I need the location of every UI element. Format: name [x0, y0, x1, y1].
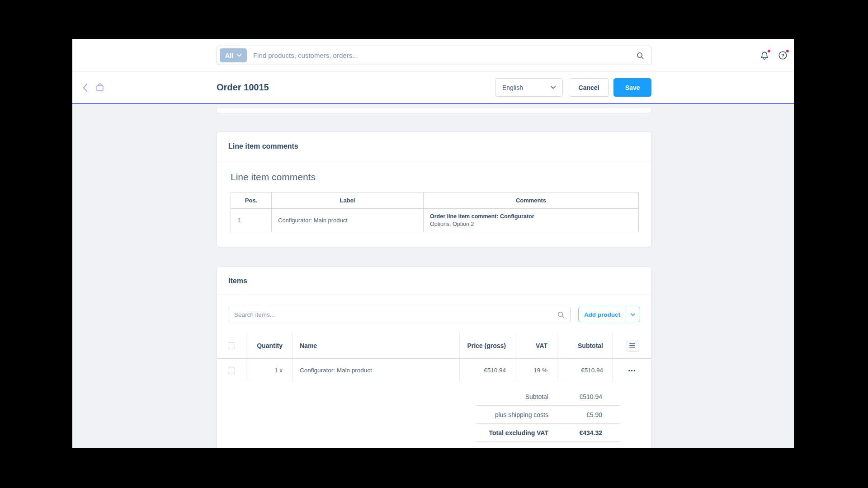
cancel-button[interactable]: Cancel	[569, 78, 609, 97]
notifications-button[interactable]	[759, 50, 770, 61]
summary-row-total-excl-vat: Total excluding VAT €434.32	[476, 424, 621, 442]
help-badge	[785, 49, 790, 53]
global-search-bar[interactable]: All	[217, 46, 651, 65]
chevron-down-icon	[551, 86, 556, 89]
content-area: Line item comments Line item comments Po…	[72, 104, 794, 448]
summary-row-subtotal: Subtotal €510.94	[476, 388, 621, 406]
cell-label: Configurator: Main product	[272, 209, 424, 232]
cell-quantity: 1 x	[246, 359, 293, 382]
order-summary: Subtotal €510.94 plus shipping costs €5.…	[476, 388, 621, 442]
cell-subtotal: €510.94	[557, 359, 613, 382]
summary-label: plus shipping costs	[476, 411, 548, 418]
summary-label: Total excluding VAT	[476, 429, 548, 436]
search-icon	[557, 311, 565, 319]
cell-comments: Order line item comment: Configurator Op…	[424, 209, 639, 232]
card-title: Items	[217, 267, 651, 295]
summary-label: Subtotal	[476, 393, 548, 400]
column-header-name: Name	[293, 333, 460, 358]
column-header-price: Price (gross)	[460, 333, 517, 358]
summary-value: €434.32	[548, 429, 621, 436]
column-header-quantity: Quantity	[246, 333, 293, 358]
menu-icon	[629, 343, 635, 348]
language-select[interactable]: English	[495, 78, 563, 97]
summary-value: €5.90	[548, 411, 621, 418]
global-search-input[interactable]	[247, 52, 636, 59]
chevron-down-icon	[237, 54, 241, 57]
language-select-value: English	[502, 84, 523, 91]
comments-table-row: 1 Configurator: Main product Order line …	[231, 209, 639, 232]
column-header-label: Label	[272, 192, 424, 209]
items-card: Items Add product Quantity	[217, 267, 651, 448]
notification-badge	[767, 49, 771, 53]
column-header-vat: VAT	[517, 333, 557, 358]
items-search-input[interactable]	[228, 311, 557, 318]
search-scope-dropdown[interactable]: All	[220, 48, 247, 62]
help-button[interactable]: ?	[777, 50, 788, 61]
question-mark-icon: ?	[781, 53, 784, 58]
cell-pos: 1	[231, 209, 272, 232]
top-bar: All ?	[72, 39, 794, 72]
items-grid-header-row: Quantity Name Price (gross) VAT Subtotal	[217, 333, 652, 359]
row-checkbox[interactable]	[228, 367, 235, 374]
cell-price: €510.94	[460, 359, 517, 382]
column-header-pos: Pos.	[231, 192, 272, 209]
add-product-dropdown-toggle[interactable]	[626, 307, 640, 322]
search-scope-label: All	[225, 52, 233, 59]
save-button[interactable]: Save	[613, 78, 651, 97]
card-body: Line item comments Pos. Label Comments 1	[217, 161, 651, 232]
grid-settings-button[interactable]	[626, 340, 639, 352]
items-grid-row: 1 x Configurator: Main product €510.94 1…	[217, 359, 652, 382]
select-all-checkbox[interactable]	[228, 342, 235, 349]
column-header-subtotal: Subtotal	[557, 333, 613, 358]
items-search-field[interactable]	[228, 307, 571, 322]
comment-title: Order line item comment: Configurator	[430, 213, 632, 220]
summary-row-shipping: plus shipping costs €5.90	[476, 406, 621, 424]
comment-detail: Options: Option 2	[430, 221, 632, 227]
smart-bar-left	[82, 72, 104, 103]
scrolled-card-remnant	[217, 108, 651, 113]
back-button[interactable]	[82, 83, 88, 92]
summary-value: €510.94	[548, 393, 621, 400]
cell-name[interactable]: Configurator: Main product	[293, 359, 460, 382]
comments-table-header-row: Pos. Label Comments	[231, 192, 639, 209]
cell-vat: 19 %	[517, 359, 557, 382]
page-title: Order 10015	[217, 72, 269, 103]
column-header-comments: Comments	[424, 192, 639, 209]
top-bar-icons: ?	[759, 39, 788, 72]
order-module-bag-icon	[95, 83, 104, 92]
add-product-button[interactable]: Add product	[579, 307, 626, 322]
section-title: Line item comments	[231, 172, 637, 183]
smart-bar-actions: English Cancel Save	[495, 72, 651, 103]
add-product-split-button: Add product	[578, 307, 640, 322]
line-item-comments-card: Line item comments Line item comments Po…	[217, 131, 651, 247]
card-title: Line item comments	[217, 132, 651, 161]
smart-bar: Order 10015 English Cancel Save	[72, 72, 794, 104]
comments-table: Pos. Label Comments 1 Configurator: Main…	[231, 192, 639, 232]
items-grid: Quantity Name Price (gross) VAT Subtotal	[217, 333, 652, 382]
search-icon	[636, 52, 644, 60]
app-window: All ?	[72, 39, 794, 448]
context-menu-icon[interactable]: •••	[628, 368, 637, 373]
chevron-down-icon	[631, 313, 635, 316]
